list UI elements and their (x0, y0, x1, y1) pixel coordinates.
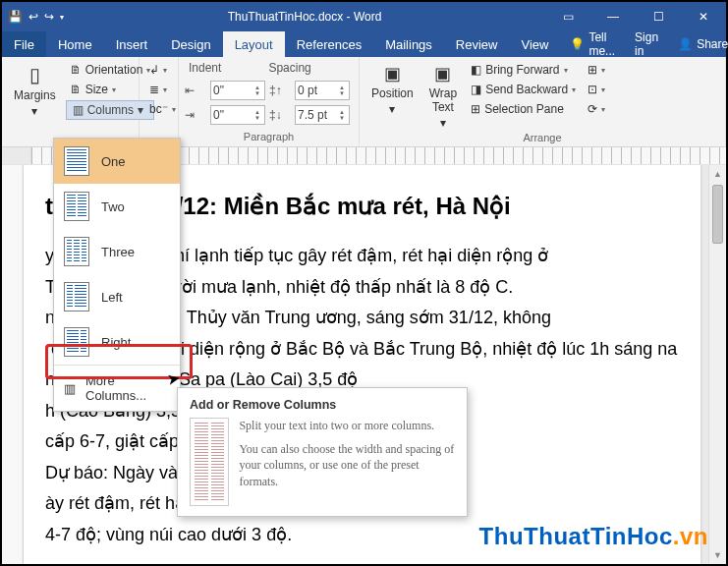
position-icon: ▣ (384, 63, 401, 85)
margins-icon: ▯ (29, 63, 40, 86)
wrap-text-button[interactable]: ▣Wrap Text▾ (423, 61, 463, 132)
spacing-label: Spacing (268, 61, 310, 75)
watermark: ThuThuatTinHoc.vn (479, 523, 708, 550)
indent-left-input[interactable]: 0"▲▼ (210, 81, 265, 100)
columns-more[interactable]: ▥ More Columns... (54, 365, 180, 411)
group-icon: ⊡ (588, 83, 597, 96)
ribbon-options-icon[interactable]: ▭ (545, 2, 590, 31)
tell-me[interactable]: 💡Tell me... (560, 31, 625, 57)
rotate-icon: ⟳ (588, 102, 597, 116)
line-numbers-button[interactable]: ≣▾ (145, 81, 172, 98)
selection-pane-button[interactable]: ⊞Selection Pane (467, 100, 580, 118)
tab-file[interactable]: File (2, 31, 46, 57)
tab-mailings[interactable]: Mailings (373, 31, 444, 57)
share-button[interactable]: 👤Share (668, 31, 728, 57)
size-icon: 🗎 (70, 83, 82, 96)
tab-insert[interactable]: Insert (104, 31, 160, 57)
close-icon[interactable]: ✕ (681, 2, 726, 31)
tooltip-title: Add or Remove Columns (190, 398, 455, 412)
columns-one[interactable]: One (54, 139, 180, 184)
scroll-down-icon[interactable]: ▼ (709, 546, 726, 564)
columns-two[interactable]: Two (54, 184, 180, 229)
breaks-button[interactable]: ↲▾ (145, 61, 172, 79)
tab-design[interactable]: Design (159, 31, 222, 57)
group-button[interactable]: ⊡▾ (584, 81, 609, 98)
selection-pane-icon: ⊞ (471, 102, 480, 116)
hyphenation-button[interactable]: bc⁻▾ (145, 100, 172, 118)
line-numbers-icon: ≣ (149, 83, 159, 96)
title-bar: 💾 ↩ ↪ ▾ ThuThuatTinHoc.docx - Word ▭ — ☐… (2, 2, 726, 31)
indent-right-input[interactable]: 0"▲▼ (210, 105, 265, 125)
scroll-thumb[interactable] (712, 185, 723, 244)
redo-icon[interactable]: ↪ (44, 10, 54, 24)
tab-home[interactable]: Home (46, 31, 104, 57)
align-button[interactable]: ⊞▾ (584, 61, 609, 79)
indent-right-icon: ⇥ (185, 108, 206, 122)
columns-left[interactable]: Left (54, 274, 180, 319)
wrap-icon: ▣ (434, 63, 451, 85)
paragraph-group-label: Paragraph (185, 131, 353, 144)
save-icon[interactable]: 💾 (8, 10, 23, 24)
maximize-icon[interactable]: ☐ (636, 2, 681, 31)
columns-three[interactable]: Three (54, 229, 180, 274)
send-backward-button[interactable]: ◨Send Backward▾ (467, 81, 580, 98)
columns-more-icon: ▥ (64, 381, 76, 396)
document-title: ThuThuatTinHoc.docx - Word (64, 10, 545, 24)
arrange-group-label: Arrange (365, 132, 719, 144)
scroll-up-icon[interactable]: ▲ (709, 165, 726, 183)
space-before-icon: ‡↑ (269, 84, 291, 97)
tooltip: Add or Remove Columns Split your text in… (177, 387, 468, 517)
ribbon: ▯ Margins▾ 🗎Orientation▾ 🗎Size▾ ▥Columns… (2, 57, 726, 147)
columns-dropdown: One Two Three Left Right ▥ More Columns.… (53, 138, 181, 412)
bring-forward-icon: ◧ (471, 63, 481, 77)
hyphenation-icon: bc⁻ (149, 102, 168, 116)
space-after-input[interactable]: 7.5 pt▲▼ (295, 105, 350, 125)
tooltip-text: You can also choose the width and spacin… (239, 441, 455, 489)
minimize-icon[interactable]: — (590, 2, 636, 31)
share-icon: 👤 (678, 37, 693, 51)
columns-right[interactable]: Right (54, 319, 180, 365)
space-before-input[interactable]: 0 pt▲▼ (295, 81, 350, 100)
bulb-icon: 💡 (570, 37, 585, 51)
orientation-icon: 🗎 (70, 63, 82, 77)
columns-icon: ▥ (73, 103, 84, 117)
tab-references[interactable]: References (285, 31, 373, 57)
send-backward-icon: ◨ (471, 83, 481, 96)
margins-button[interactable]: ▯ Margins▾ (8, 61, 62, 120)
tab-layout[interactable]: Layout (223, 31, 285, 57)
breaks-icon: ↲ (149, 63, 159, 77)
undo-icon[interactable]: ↩ (28, 10, 38, 24)
space-after-icon: ‡↓ (269, 108, 291, 122)
tab-review[interactable]: Review (444, 31, 510, 57)
rotate-button[interactable]: ⟳▾ (584, 100, 609, 118)
align-icon: ⊞ (588, 63, 597, 77)
vertical-scrollbar[interactable]: ▲ ▼ (708, 165, 726, 564)
tooltip-image (190, 418, 229, 506)
sign-in[interactable]: Sign in (625, 31, 668, 57)
indent-left-icon: ⇤ (185, 84, 206, 97)
vertical-ruler[interactable] (2, 165, 24, 564)
position-button[interactable]: ▣Position▾ (365, 61, 420, 118)
tooltip-text: Split your text into two or more columns… (239, 418, 455, 433)
ribbon-tabs: File Home Insert Design Layout Reference… (2, 31, 726, 57)
bring-forward-button[interactable]: ◧Bring Forward▾ (467, 61, 580, 79)
indent-label: Indent (189, 61, 221, 75)
tab-view[interactable]: View (509, 31, 560, 57)
